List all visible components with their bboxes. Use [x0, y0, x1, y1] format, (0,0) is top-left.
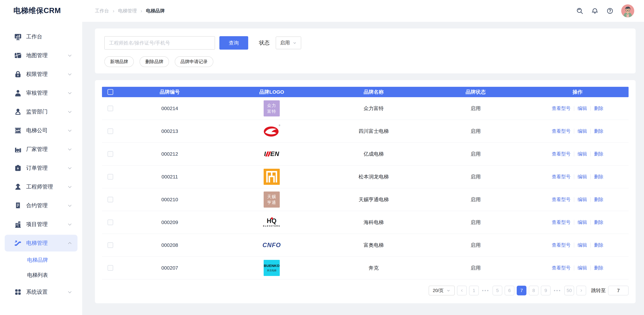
prev-page-button[interactable] — [457, 286, 467, 296]
edit-link[interactable]: 编辑 — [578, 151, 587, 157]
view-models-link[interactable]: 查看型号 — [552, 105, 570, 112]
page-button-8[interactable]: 8 — [529, 286, 538, 296]
avatar[interactable] — [621, 4, 634, 17]
page-button-50[interactable]: 50 — [564, 286, 574, 296]
edit-link[interactable]: 编辑 — [578, 196, 587, 203]
page-size-select[interactable]: 20/页 — [429, 286, 455, 296]
row-checkbox[interactable] — [108, 197, 113, 202]
sidebar-item-map[interactable]: 地图管理 — [5, 47, 78, 64]
column-header-brand-id: 品牌编号 — [119, 89, 221, 95]
chevron-down-icon — [67, 289, 72, 295]
row-checkbox[interactable] — [108, 242, 113, 248]
delete-brand-button[interactable]: 删除品牌 — [140, 56, 169, 67]
edit-link[interactable]: 编辑 — [578, 219, 587, 226]
add-brand-button[interactable]: 新增品牌 — [104, 56, 134, 67]
sidebar-item-factory[interactable]: 厂家管理 — [5, 141, 78, 158]
page-button-5[interactable]: 5 — [492, 286, 502, 296]
divider — [574, 243, 574, 248]
delete-link[interactable]: 删除 — [594, 265, 604, 271]
row-checkbox-cell — [102, 197, 119, 202]
sidebar-item-audit[interactable]: 审核管理 — [5, 85, 78, 101]
select-all-checkbox[interactable] — [108, 89, 113, 95]
sidebar-item-supervisor[interactable]: 监管部门 — [5, 103, 78, 120]
row-checkbox[interactable] — [108, 128, 113, 134]
delete-link[interactable]: 删除 — [594, 196, 604, 203]
breadcrumb: 工作台 › 电梯管理 › 电梯品牌 — [95, 8, 165, 14]
sidebar-item-engineer[interactable]: 工程师管理 — [5, 178, 78, 195]
supervisor-icon — [14, 108, 22, 116]
page-button-7[interactable]: 7 — [517, 286, 526, 296]
divider — [574, 106, 574, 111]
view-models-link[interactable]: 查看型号 — [552, 219, 570, 226]
sidebar-item-dashboard[interactable]: 工作台 — [5, 28, 78, 45]
brand-id: 000209 — [119, 220, 221, 225]
row-checkbox[interactable] — [108, 106, 113, 111]
delete-link[interactable]: 删除 — [594, 151, 604, 157]
pagination: 20/页 1•••56789•••50 跳转至 — [102, 280, 628, 302]
view-models-link[interactable]: 查看型号 — [552, 242, 570, 248]
delete-link[interactable]: 删除 — [594, 242, 604, 248]
breadcrumb-item-elevator-mgmt[interactable]: 电梯管理 — [118, 8, 137, 14]
divider — [590, 174, 591, 179]
factory-icon — [14, 145, 22, 153]
chevron-down-icon — [292, 41, 297, 45]
status-select[interactable]: 启用 — [276, 36, 301, 49]
row-checkbox[interactable] — [108, 174, 113, 180]
sidebar-item-contract[interactable]: 合约管理 — [5, 197, 78, 214]
column-header-actions: 操作 — [526, 89, 628, 95]
divider — [590, 265, 591, 271]
edit-link[interactable]: 编辑 — [578, 265, 587, 271]
order-icon — [14, 164, 22, 172]
page-button-6[interactable]: 6 — [505, 286, 514, 296]
view-models-link[interactable]: 查看型号 — [552, 265, 570, 271]
page-button-1[interactable]: 1 — [469, 286, 479, 296]
sidebar-item-elevator[interactable]: 电梯管理 — [5, 235, 78, 252]
brand-logo — [264, 169, 280, 185]
row-checkbox[interactable] — [108, 265, 113, 271]
delete-link[interactable]: 删除 — [594, 174, 604, 180]
sidebar-menu: 工作台地图管理权限管理审核管理监管部门电梯公司厂家管理订单管理工程师管理合约管理… — [0, 27, 82, 302]
sidebar-subitem[interactable]: 电梯品牌 — [0, 253, 82, 268]
edit-link[interactable]: 编辑 — [578, 128, 587, 134]
brand-name: 富奥电梯 — [323, 242, 425, 249]
sidebar-item-settings[interactable]: 系统设置 — [5, 284, 78, 301]
brand-apply-records-button[interactable]: 品牌申请记录 — [175, 56, 213, 67]
brand-id: 000211 — [119, 174, 221, 180]
sidebar-item-order[interactable]: 订单管理 — [5, 160, 78, 176]
edit-link[interactable]: 编辑 — [578, 242, 587, 248]
query-button[interactable]: 查询 — [219, 36, 248, 50]
delete-link[interactable]: 删除 — [594, 105, 604, 112]
brand-status: 启用 — [425, 105, 526, 112]
edit-link[interactable]: 编辑 — [578, 174, 587, 180]
row-checkbox[interactable] — [108, 151, 113, 157]
help-icon[interactable] — [606, 7, 614, 15]
next-page-button[interactable] — [576, 286, 586, 296]
row-actions: 查看型号编辑删除 — [526, 128, 628, 134]
view-models-link[interactable]: 查看型号 — [552, 151, 570, 157]
view-models-link[interactable]: 查看型号 — [552, 174, 570, 180]
breadcrumb-item-workbench[interactable]: 工作台 — [95, 8, 109, 14]
edit-link[interactable]: 编辑 — [578, 105, 587, 112]
row-actions: 查看型号编辑删除 — [526, 242, 628, 248]
brand-logo-cell: 众力富特 — [221, 100, 323, 116]
delete-link[interactable]: 删除 — [594, 219, 604, 226]
row-checkbox-cell — [102, 174, 119, 180]
jump-page-input[interactable] — [608, 286, 628, 296]
settings-icon — [14, 288, 22, 296]
brand-id: 000212 — [119, 151, 221, 157]
delete-link[interactable]: 删除 — [594, 128, 604, 134]
sidebar-item-lock[interactable]: 权限管理 — [5, 66, 78, 83]
search-icon[interactable] — [576, 7, 584, 15]
brand-name: 四川富士电梯 — [323, 128, 425, 135]
sidebar-item-company[interactable]: 电梯公司 — [5, 122, 78, 139]
search-input[interactable] — [104, 36, 215, 50]
sidebar-subitem[interactable]: 电梯列表 — [0, 268, 82, 283]
table-toolbar: 新增品牌 删除品牌 品牌申请记录 — [104, 56, 626, 67]
sidebar-item-project[interactable]: 项目管理 — [5, 216, 78, 233]
page-ellipsis: ••• — [481, 288, 490, 293]
page-button-9[interactable]: 9 — [541, 286, 550, 296]
bell-icon[interactable] — [591, 7, 599, 15]
row-checkbox[interactable] — [108, 220, 113, 225]
view-models-link[interactable]: 查看型号 — [552, 196, 570, 203]
view-models-link[interactable]: 查看型号 — [552, 128, 570, 134]
